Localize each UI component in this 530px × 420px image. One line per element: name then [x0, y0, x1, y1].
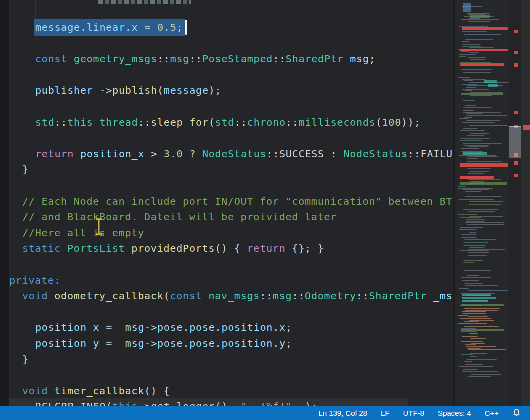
code-line[interactable]: std::this_thread::sleep_for(std::chrono:… — [35, 114, 421, 130]
overview-ruler[interactable] — [509, 0, 521, 406]
code-line[interactable]: static PortsList providedPorts() { retur… — [22, 240, 324, 256]
vscode-window: message.linear.x = 0.5;const geometry_ms… — [0, 0, 530, 420]
minimap[interactable] — [455, 0, 509, 406]
clipped-top-line — [98, 0, 191, 4]
status-indentation[interactable]: Spaces: 4 — [438, 409, 471, 418]
status-encoding[interactable]: UTF-8 — [403, 409, 424, 418]
code-line[interactable]: position_x = _msg->pose.pose.position.x; — [35, 320, 292, 336]
code-line[interactable]: position_y = _msg->pose.pose.position.y; — [35, 336, 292, 352]
status-eol[interactable]: LF — [381, 409, 390, 418]
mouse-ibeam-cursor — [93, 218, 104, 236]
code-line[interactable]: const geometry_msgs::msg::PoseStamped::S… — [35, 51, 376, 67]
code-editor[interactable]: message.linear.x = 0.5;const geometry_ms… — [0, 0, 453, 406]
code-line[interactable]: private: — [9, 272, 61, 288]
code-line[interactable]: void odometry_callback(const nav_msgs::m… — [22, 288, 453, 304]
code-line[interactable]: // Each Node can include port IN/OUT for… — [22, 194, 452, 210]
text-cursor — [185, 20, 187, 35]
status-bar: Ln 139, Col 28LFUTF-8Spaces: 4C++ — [0, 406, 530, 420]
bell-icon[interactable] — [512, 408, 521, 418]
code-line[interactable]: } — [22, 352, 29, 368]
code-line[interactable]: // and BlackBoard. Dateil will be proivi… — [22, 209, 337, 225]
editor-left-strip — [0, 0, 10, 406]
code-line[interactable]: //Here all is empty — [22, 225, 144, 241]
code-line[interactable]: publisher_->publish(message); — [35, 82, 221, 98]
status-cursor-position[interactable]: Ln 139, Col 28 — [318, 409, 367, 418]
status-language[interactable]: C++ — [485, 409, 499, 418]
code-line[interactable]: void timer_callback() { — [22, 383, 170, 399]
error-edge-mark — [523, 125, 530, 130]
window-right-edge — [521, 0, 530, 406]
code-line[interactable]: message.linear.x = 0.5; — [35, 20, 183, 36]
scrollbar-thumb[interactable] — [509, 126, 521, 158]
code-line[interactable]: } — [22, 162, 29, 178]
code-line[interactable]: RCLCPP_INFO(this->get_logger(), "… !%f!"… — [35, 398, 318, 406]
code-line[interactable]: return position_x > 3.0 ? NodeStatus::SU… — [35, 146, 453, 162]
